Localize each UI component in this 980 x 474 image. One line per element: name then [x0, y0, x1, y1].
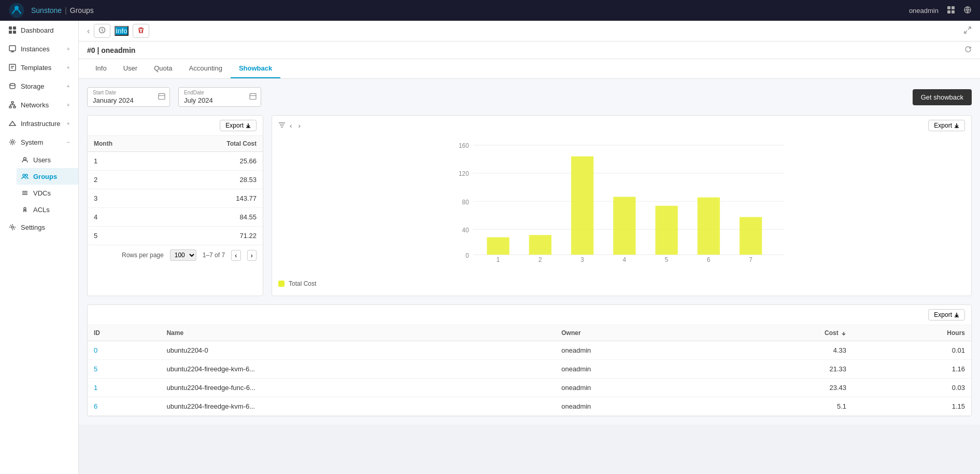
svg-text:1: 1	[496, 256, 500, 263]
tabs: Info User Quota Accounting Showback	[79, 59, 980, 79]
expand-icon[interactable]	[963, 26, 972, 36]
table-row: 6 ubuntu2204-fireedge-kvm-6... oneadmin …	[88, 397, 971, 416]
storage-icon	[8, 82, 17, 90]
chart-legend: Total Cost	[278, 280, 965, 287]
sidebar-item-dashboard[interactable]: Dashboard	[0, 21, 78, 39]
grid-icon[interactable]	[947, 6, 955, 16]
export-detail-label: Export	[934, 311, 952, 318]
id-cell: 5	[88, 360, 160, 379]
sidebar-item-networks[interactable]: Networks +	[0, 95, 78, 114]
id-link[interactable]: 1	[94, 384, 97, 392]
sidebar-item-instances[interactable]: Instances +	[0, 39, 78, 58]
svg-rect-25	[250, 94, 256, 100]
user-label[interactable]: oneadmin	[909, 7, 939, 15]
globe-icon[interactable]	[963, 6, 972, 16]
end-date-label: EndDate	[184, 90, 255, 95]
templates-icon	[8, 63, 17, 72]
svg-text:80: 80	[462, 199, 470, 206]
name-col-header: Name	[160, 325, 555, 341]
tab-info[interactable]: Info	[87, 59, 115, 78]
users-icon	[21, 156, 29, 164]
chart-prev-button[interactable]: ‹	[288, 121, 294, 131]
export-chart-button[interactable]: Export	[928, 120, 965, 131]
acls-icon	[21, 205, 29, 214]
sidebar-sub-vdcs: VDCs	[0, 185, 78, 201]
storage-add-icon[interactable]: +	[67, 83, 70, 89]
start-date-calendar-icon	[158, 93, 165, 102]
sidebar-item-storage[interactable]: Storage +	[0, 77, 78, 95]
svg-point-22	[11, 226, 13, 228]
delete-button[interactable]	[133, 24, 149, 38]
svg-rect-10	[13, 31, 16, 34]
detail-table: ID Name Owner Cost Hours 0 ubuntu2204-0 …	[88, 325, 971, 416]
owner-cell: oneadmin	[555, 379, 719, 397]
table-row: 5 ubuntu2204-fireedge-kvm-6... oneadmin …	[88, 360, 971, 379]
svg-rect-9	[9, 31, 12, 34]
export-monthly-button[interactable]: Export	[220, 120, 257, 131]
table-row: 1 25.66	[88, 152, 263, 171]
chart-next-button[interactable]: ›	[296, 121, 302, 131]
clock-icon-button[interactable]	[94, 24, 110, 38]
update-button[interactable]: Info	[115, 26, 128, 36]
svg-rect-2	[947, 6, 950, 9]
export-monthly-label: Export	[225, 122, 244, 129]
cost-cell: 71.22	[162, 227, 263, 245]
svg-point-20	[25, 174, 27, 176]
export-detail-button[interactable]: Export	[928, 309, 965, 320]
filter-icon[interactable]	[278, 121, 286, 130]
rows-per-page-select[interactable]: 100	[170, 249, 196, 261]
prev-page-button[interactable]: ‹	[231, 250, 240, 261]
networks-add-icon[interactable]: +	[67, 102, 70, 108]
svg-point-13	[10, 83, 15, 86]
sidebar-item-infrastructure[interactable]: Infrastructure +	[0, 114, 78, 133]
users-label: Users	[33, 156, 51, 164]
month-cell: 4	[88, 208, 162, 227]
cost-cell: 28.53	[162, 171, 263, 189]
table-row: 4 84.55	[88, 208, 263, 227]
name-cell: ubuntu2204-fireedge-kvm-6...	[160, 397, 555, 416]
monthly-table-footer: Rows per page 100 1–7 of 7 ‹ ›	[88, 245, 263, 265]
sidebar-item-groups[interactable]: Groups	[17, 168, 78, 185]
sidebar-item-templates[interactable]: Templates +	[0, 58, 78, 77]
panel-toolbar: ‹ Info	[79, 21, 980, 41]
id-link[interactable]: 5	[94, 365, 97, 373]
owner-col-header: Owner	[555, 325, 719, 341]
sidebar-item-acls[interactable]: ACLs	[17, 201, 78, 218]
owner-cell: oneadmin	[555, 397, 719, 416]
cost-col-header: Cost	[719, 325, 853, 341]
instances-add-icon[interactable]: +	[67, 46, 70, 52]
groups-label: Groups	[33, 173, 57, 180]
refresh-icon[interactable]	[964, 46, 972, 54]
next-page-button[interactable]: ›	[247, 250, 257, 261]
instances-icon	[8, 45, 17, 53]
tab-accounting[interactable]: Accounting	[181, 59, 231, 78]
start-date-field[interactable]: Start Date January 2024	[87, 87, 170, 107]
tab-user[interactable]: User	[115, 59, 146, 78]
svg-rect-8	[13, 26, 16, 30]
system-collapse-icon[interactable]: −	[67, 139, 70, 145]
templates-add-icon[interactable]: +	[67, 64, 70, 71]
groups-icon	[21, 172, 29, 180]
id-link[interactable]: 0	[94, 346, 97, 354]
legend-color	[278, 281, 285, 287]
sidebar: Dashboard Instances + Templates + Storag…	[0, 21, 79, 474]
start-date-label: Start Date	[93, 90, 164, 95]
get-showback-button[interactable]: Get showback	[913, 89, 972, 105]
cost-cell: 5.1	[719, 397, 853, 416]
id-link[interactable]: 6	[94, 402, 97, 410]
sidebar-item-vdcs[interactable]: VDCs	[17, 185, 78, 201]
svg-text:120: 120	[459, 170, 469, 177]
svg-text:5: 5	[665, 256, 669, 263]
sidebar-item-users[interactable]: Users	[17, 151, 78, 168]
date-row: Start Date January 2024 EndDate July 202…	[87, 87, 972, 107]
sidebar-item-settings[interactable]: Settings	[0, 218, 78, 236]
sidebar-item-system[interactable]: System −	[0, 133, 78, 151]
end-date-field[interactable]: EndDate July 2024	[178, 87, 261, 107]
chart-top: ‹ › Export	[272, 116, 971, 135]
tab-showback[interactable]: Showback	[231, 59, 280, 78]
infrastructure-add-icon[interactable]: +	[67, 120, 70, 127]
tab-quota[interactable]: Quota	[146, 59, 180, 78]
table-row: 2 28.53	[88, 171, 263, 189]
collapse-panel-button[interactable]: ‹	[87, 26, 90, 36]
svg-point-0	[9, 3, 24, 18]
